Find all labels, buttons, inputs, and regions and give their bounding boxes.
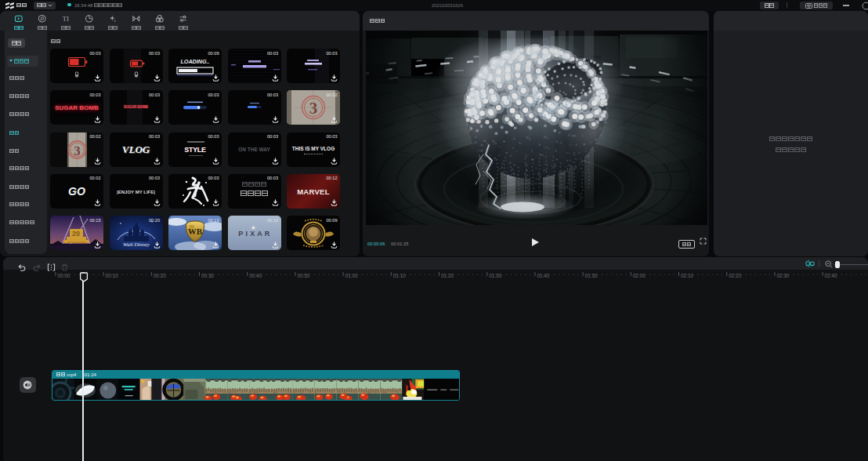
svg-text:00:40: 00:40: [249, 273, 262, 278]
svg-text:02:20: 02:20: [729, 273, 741, 278]
svg-text:00:20: 00:20: [154, 273, 166, 278]
svg-text:00:10: 00:10: [106, 273, 118, 278]
svg-text:01:10: 01:10: [393, 273, 406, 278]
svg-text:LOADING..: LOADING..: [180, 58, 209, 65]
svg-text:TI: TI: [63, 14, 70, 22]
svg-text:00:50: 00:50: [297, 273, 309, 278]
svg-text:20: 20: [72, 230, 80, 238]
svg-text:00:00: 00:00: [57, 273, 70, 278]
svg-text:02:00: 02:00: [633, 273, 646, 278]
svg-text:02:10: 02:10: [681, 273, 693, 278]
svg-text:01:50: 01:50: [585, 273, 598, 278]
svg-text:WB: WB: [188, 227, 203, 236]
svg-text:02:30: 02:30: [776, 273, 789, 278]
svg-text:02:40: 02:40: [825, 273, 837, 278]
svg-text:00:30: 00:30: [201, 273, 214, 278]
svg-text:01:30: 01:30: [489, 273, 501, 278]
svg-text:Walt Disney: Walt Disney: [123, 241, 150, 248]
svg-text:01:20: 01:20: [441, 273, 454, 278]
svg-text:01:00: 01:00: [345, 273, 358, 278]
svg-text:01:40: 01:40: [537, 273, 549, 278]
